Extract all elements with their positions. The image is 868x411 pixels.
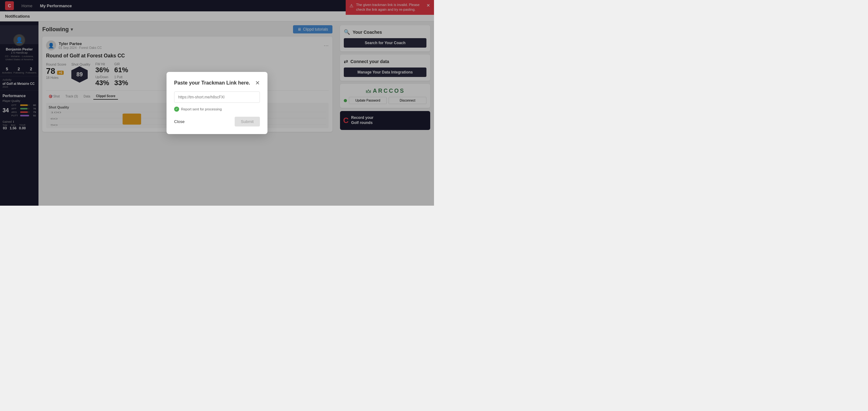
success-icon: ✓ <box>174 106 179 112</box>
modal-overlay[interactable]: Paste your Trackman Link here. ✕ ✓ Repor… <box>0 0 434 205</box>
modal-footer: Close Submit <box>174 117 260 126</box>
success-text: Report sent for processing <box>181 107 222 111</box>
modal-submit-button[interactable]: Submit <box>235 117 260 126</box>
trackman-modal: Paste your Trackman Link here. ✕ ✓ Repor… <box>166 72 268 134</box>
modal-title: Paste your Trackman Link here. <box>174 80 250 86</box>
trackman-link-input[interactable] <box>174 92 260 103</box>
modal-header: Paste your Trackman Link here. ✕ <box>174 80 260 87</box>
success-row: ✓ Report sent for processing <box>174 106 260 112</box>
modal-close-button[interactable]: ✕ <box>255 80 260 87</box>
modal-close-link-button[interactable]: Close <box>174 119 185 124</box>
